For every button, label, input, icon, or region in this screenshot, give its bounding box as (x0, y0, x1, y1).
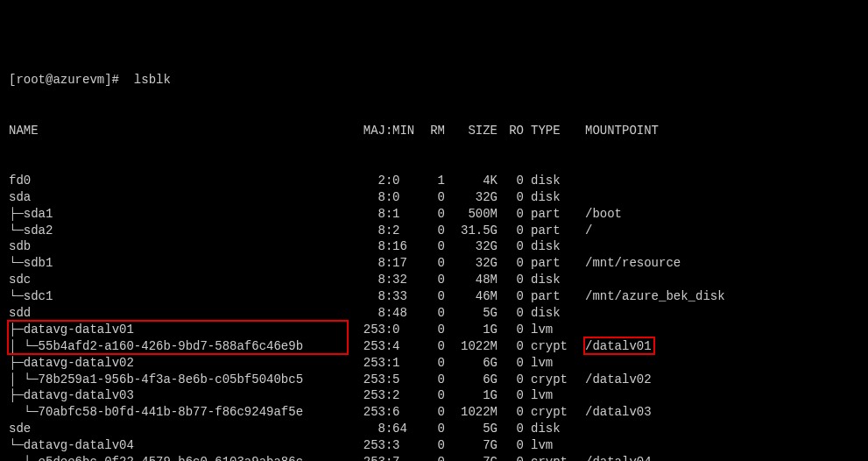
ro: 0 (498, 454, 524, 461)
mountpoint (576, 322, 859, 338)
maj: 253 (350, 355, 385, 372)
maj: 253 (350, 338, 385, 355)
type: crypt (524, 372, 576, 388)
size: 500M (445, 206, 498, 223)
ro: 0 (498, 387, 524, 404)
size: 32G (445, 238, 498, 255)
lsblk-row: fd02:014K0disk (9, 173, 859, 189)
lsblk-row: sdd8:4805G0disk (9, 305, 859, 322)
min: 1 (392, 206, 419, 223)
maj: 8 (350, 421, 385, 437)
min: 16 (392, 238, 419, 255)
device-name: sdc (9, 272, 350, 288)
colon: : (385, 338, 392, 355)
mountpoint: /datalv03 (576, 404, 859, 421)
colon: : (385, 238, 392, 255)
maj: 8 (350, 305, 385, 322)
mountpoint: /datalv01 (576, 338, 859, 355)
ro: 0 (498, 206, 524, 223)
rm: 0 (419, 372, 445, 388)
header-size: SIZE (445, 123, 498, 139)
lsblk-row: └─sda28:2031.5G0part/ (9, 223, 859, 239)
tree-prefix: ├─ (9, 207, 24, 221)
header-ro: RO (498, 123, 524, 139)
device-label: sdc1 (24, 289, 53, 303)
mountpoint: /mnt/azure_bek_disk (576, 288, 859, 305)
lsblk-row: └─sdc18:33046M0part/mnt/azure_bek_disk (9, 288, 859, 305)
device-label: sda1 (24, 207, 53, 221)
min: 17 (392, 255, 419, 272)
lsblk-rows: fd02:014K0disksda8:0032G0disk├─sda18:105… (9, 173, 859, 461)
device-label: sdd (9, 306, 31, 320)
size: 7G (445, 437, 498, 454)
min: 1 (392, 355, 419, 372)
min: 33 (392, 288, 419, 305)
mountpoint: /mnt/resource (576, 255, 859, 272)
ro: 0 (498, 238, 524, 255)
device-label: sda (9, 190, 31, 204)
device-label: datavg-datalv01 (24, 323, 134, 337)
device-name: sda (9, 189, 350, 206)
colon: : (385, 322, 392, 338)
tree-prefix: └─ (9, 223, 24, 238)
colon: : (385, 372, 392, 388)
device-label: e5dee6bc-0f22-4579-b6c0-6103a9aba86c (39, 455, 303, 461)
mountpoint (576, 421, 859, 437)
lsblk-row: ├─datavg-datalv02253:106G0lvm (9, 355, 859, 372)
device-label: 55b4afd2-a160-426b-9bd7-588af6c46e9b (39, 339, 303, 353)
ro: 0 (498, 437, 524, 454)
tree-prefix: ├─ (9, 356, 24, 370)
mountpoint: /boot (576, 206, 859, 223)
device-name: sde (9, 421, 350, 437)
ro: 0 (498, 404, 524, 421)
device-name: fd0 (9, 173, 350, 189)
type: disk (524, 305, 576, 322)
rm: 0 (419, 421, 445, 437)
maj: 2 (350, 173, 385, 189)
device-name: └─sdb1 (9, 255, 350, 272)
rm: 0 (419, 437, 445, 454)
size: 32G (445, 189, 498, 206)
device-label: datavg-datalv03 (24, 388, 134, 402)
mountpoint (576, 355, 859, 372)
rm: 0 (419, 189, 445, 206)
lsblk-row: ├─datavg-datalv03253:201G0lvm (9, 387, 859, 404)
type: disk (524, 189, 576, 206)
tree-prefix: └─ (9, 405, 39, 419)
maj: 253 (350, 387, 385, 404)
ro: 0 (498, 322, 524, 338)
type: part (524, 255, 576, 272)
maj: 253 (350, 404, 385, 421)
size: 6G (445, 355, 498, 372)
rm: 0 (419, 305, 445, 322)
maj: 8 (350, 272, 385, 288)
min: 2 (392, 387, 419, 404)
device-name: sdb (9, 238, 350, 255)
device-name: ├─datavg-datalv01 (9, 322, 350, 338)
maj: 8 (350, 255, 385, 272)
lsblk-row: │ └─78b259a1-956b-4f3a-8e6b-c05bf5040bc5… (9, 372, 859, 388)
ro: 0 (498, 189, 524, 206)
maj: 8 (350, 189, 385, 206)
size: 6G (445, 372, 498, 388)
ro: 0 (498, 355, 524, 372)
type: disk (524, 272, 576, 288)
tree-prefix: └─ (9, 455, 39, 461)
rm: 0 (419, 288, 445, 305)
device-label: datavg-datalv04 (24, 438, 134, 452)
header-rm: RM (419, 123, 445, 139)
colon: : (385, 189, 392, 206)
device-name: └─sdc1 (9, 288, 350, 305)
type: part (524, 223, 576, 239)
device-label: fd0 (9, 174, 31, 188)
type: part (524, 288, 576, 305)
device-label: sdb1 (24, 256, 53, 270)
device-label: sdc (9, 273, 31, 287)
size: 1G (445, 322, 498, 338)
colon: : (385, 355, 392, 372)
lsblk-row: └─sdb18:17032G0part/mnt/resource (9, 255, 859, 272)
rm: 0 (419, 206, 445, 223)
min: 7 (392, 454, 419, 461)
colon: : (385, 421, 392, 437)
size: 4K (445, 173, 498, 189)
